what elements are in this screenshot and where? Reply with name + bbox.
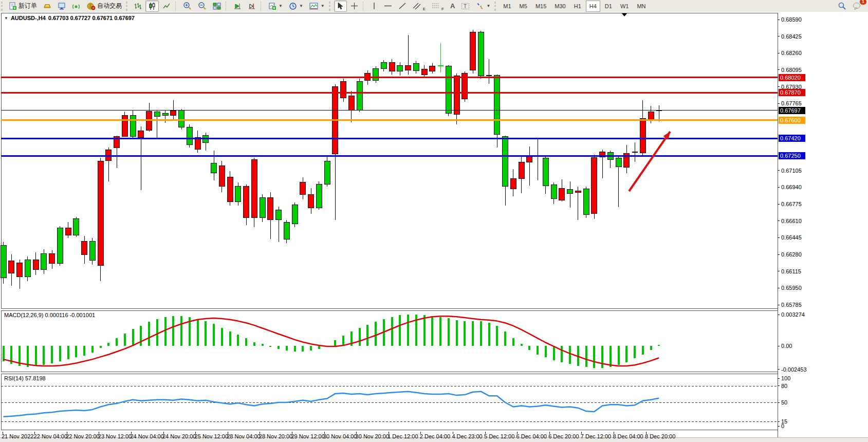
candle[interactable] bbox=[114, 136, 120, 168]
candle[interactable] bbox=[559, 179, 565, 202]
notifications-button[interactable]: 1 bbox=[850, 1, 864, 12]
zoom-in-button[interactable] bbox=[180, 1, 194, 12]
tile-windows-button[interactable] bbox=[210, 1, 224, 12]
candle[interactable] bbox=[624, 145, 630, 173]
search-button[interactable] bbox=[835, 1, 849, 12]
cursor-button[interactable] bbox=[334, 1, 347, 12]
timeframe-button-m30[interactable]: M30 bbox=[551, 1, 569, 12]
candle[interactable] bbox=[41, 249, 47, 274]
candle[interactable] bbox=[486, 59, 492, 84]
ohlc-bars-button[interactable] bbox=[131, 1, 144, 12]
candle[interactable] bbox=[413, 61, 419, 73]
signal-button[interactable] bbox=[69, 1, 83, 12]
candle[interactable] bbox=[1, 242, 6, 284]
timeframe-button-w1[interactable]: W1 bbox=[617, 1, 633, 12]
candle[interactable] bbox=[106, 148, 112, 181]
candle[interactable] bbox=[260, 194, 265, 222]
candle[interactable] bbox=[122, 112, 127, 137]
candle[interactable] bbox=[268, 192, 273, 239]
vertical-line-tool-button[interactable] bbox=[368, 1, 380, 12]
candle[interactable] bbox=[284, 220, 289, 244]
candlestick-chart-button[interactable] bbox=[145, 1, 159, 12]
chart-window[interactable]: ▼ AUDUSD-,H4 0.67703 0.67727 0.67671 0.6… bbox=[0, 12, 868, 442]
candle[interactable] bbox=[203, 133, 209, 151]
new-order-button[interactable]: 新订单 bbox=[6, 1, 40, 12]
text-tool-button[interactable]: A bbox=[448, 1, 457, 12]
candle[interactable] bbox=[154, 110, 160, 137]
candle[interactable] bbox=[98, 158, 103, 281]
candle[interactable] bbox=[187, 124, 192, 148]
candle[interactable] bbox=[357, 79, 362, 112]
candle[interactable] bbox=[543, 156, 548, 194]
candle[interactable] bbox=[9, 254, 14, 286]
candle[interactable] bbox=[25, 256, 30, 281]
timeframe-button-m15[interactable]: M15 bbox=[532, 1, 550, 12]
candle[interactable] bbox=[616, 156, 621, 207]
auto-trading-button[interactable]: 自动交易 bbox=[84, 1, 124, 12]
candle[interactable] bbox=[17, 260, 23, 289]
candle[interactable] bbox=[219, 161, 225, 192]
timeframe-button-mn[interactable]: MN bbox=[633, 1, 649, 12]
timeframe-button-h1[interactable]: H1 bbox=[570, 1, 585, 12]
candle[interactable] bbox=[503, 136, 508, 206]
chart-shift-marker-icon[interactable] bbox=[622, 13, 627, 16]
candle[interactable] bbox=[632, 142, 638, 162]
candle[interactable] bbox=[430, 63, 435, 73]
timeframe-button-d1[interactable]: D1 bbox=[601, 1, 616, 12]
chart-canvas[interactable] bbox=[0, 12, 868, 442]
templates-button[interactable]: ▼ bbox=[307, 1, 327, 12]
chart-shift-button[interactable] bbox=[245, 1, 258, 12]
auto-scroll-button[interactable] bbox=[231, 1, 244, 12]
candle[interactable] bbox=[300, 177, 306, 200]
candle[interactable] bbox=[438, 43, 444, 72]
candle[interactable] bbox=[640, 100, 645, 156]
candle[interactable] bbox=[575, 187, 581, 220]
candle[interactable] bbox=[348, 91, 354, 122]
candle[interactable] bbox=[276, 207, 282, 242]
candle[interactable] bbox=[583, 187, 589, 218]
candle[interactable] bbox=[389, 59, 395, 75]
candle[interactable] bbox=[179, 109, 184, 130]
fibonacci-tool-button[interactable]: F bbox=[429, 1, 447, 12]
trendline-tool-button[interactable] bbox=[396, 1, 409, 12]
candle[interactable] bbox=[227, 171, 233, 206]
channel-tool-button[interactable]: E bbox=[410, 1, 428, 12]
text-label-tool-button[interactable]: T bbox=[458, 1, 472, 12]
candle[interactable] bbox=[195, 131, 200, 153]
candle[interactable] bbox=[592, 155, 597, 219]
candle[interactable] bbox=[397, 62, 403, 76]
candle[interactable] bbox=[324, 157, 330, 186]
candle[interactable] bbox=[567, 181, 573, 208]
candle[interactable] bbox=[244, 185, 249, 225]
candle[interactable] bbox=[130, 110, 136, 138]
candle[interactable] bbox=[494, 75, 500, 148]
candle[interactable] bbox=[421, 65, 427, 77]
candle[interactable] bbox=[82, 236, 87, 264]
candle[interactable] bbox=[33, 252, 39, 274]
timeframe-button-m5[interactable]: M5 bbox=[516, 1, 531, 12]
candle[interactable] bbox=[656, 105, 662, 121]
candle[interactable] bbox=[535, 139, 541, 180]
candle[interactable] bbox=[381, 60, 386, 71]
candle[interactable] bbox=[373, 66, 379, 83]
candle[interactable] bbox=[600, 150, 605, 178]
periods-clock-button[interactable]: ▼ bbox=[286, 1, 306, 12]
candle[interactable] bbox=[446, 65, 451, 116]
candle[interactable] bbox=[308, 188, 314, 214]
candle[interactable] bbox=[454, 73, 459, 124]
candle[interactable] bbox=[235, 182, 241, 206]
arrows-tool-button[interactable]: ▼ bbox=[473, 1, 493, 12]
candle[interactable] bbox=[551, 182, 557, 205]
candle[interactable] bbox=[333, 84, 338, 220]
candle[interactable] bbox=[73, 217, 79, 237]
candle[interactable] bbox=[519, 156, 524, 193]
candle[interactable] bbox=[470, 30, 476, 73]
terminal-button[interactable] bbox=[55, 1, 68, 12]
candle[interactable] bbox=[89, 238, 95, 264]
timeframe-button-m1[interactable]: M1 bbox=[500, 1, 514, 12]
candle[interactable] bbox=[57, 226, 63, 266]
collapse-chart-icon[interactable]: ▼ bbox=[4, 16, 8, 21]
trend-arrow-annotation[interactable] bbox=[629, 132, 670, 191]
candle[interactable] bbox=[462, 71, 468, 102]
candle[interactable] bbox=[478, 31, 484, 79]
